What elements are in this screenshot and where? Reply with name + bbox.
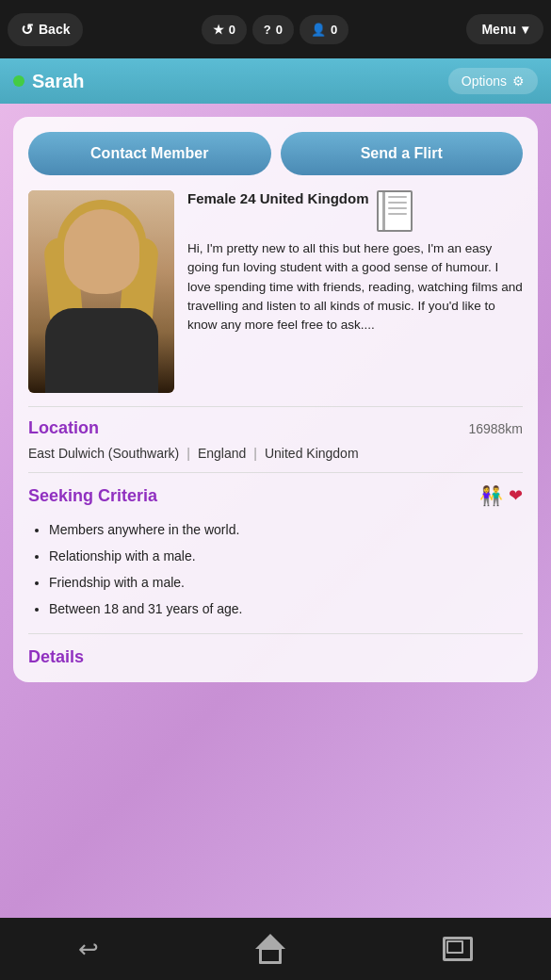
recents-nav-button[interactable]	[424, 927, 492, 971]
profile-gender-line: Female 24 United Kingdom	[187, 190, 523, 232]
menu-chevron-icon: ▾	[522, 22, 528, 37]
back-icon: ↺	[21, 21, 33, 39]
back-arrow-icon: ↩	[78, 935, 99, 964]
online-status-dot	[13, 75, 24, 87]
back-button[interactable]: ↺ Back	[8, 13, 83, 46]
seeking-title: Seeking Criteria	[28, 486, 157, 506]
notebook-binding	[382, 192, 385, 230]
details-title: Details	[28, 647, 84, 666]
seeking-list: Members anywhere in the world. Relations…	[28, 516, 523, 622]
profile-header-bar: Sarah Options ⚙	[0, 58, 551, 104]
photo-face	[64, 209, 139, 294]
profile-name-area: Sarah	[13, 71, 85, 92]
home-body	[259, 947, 282, 964]
action-buttons-row: Contact Member Send a Flirt	[28, 132, 523, 175]
divider-2	[28, 472, 523, 473]
profile-photo	[28, 190, 174, 393]
photo-background	[28, 190, 174, 393]
notebook-icon	[377, 190, 413, 232]
people-icon: 👫	[479, 484, 503, 507]
divider-1	[28, 406, 523, 407]
seeking-item-4: Between 18 and 31 years of age.	[49, 596, 523, 622]
location-title: Location	[28, 418, 99, 438]
home-roof	[255, 934, 285, 949]
send-flirt-label: Send a Flirt	[361, 145, 443, 161]
location-section-header: Location 16988km	[28, 418, 523, 438]
contact-member-button[interactable]: Contact Member	[28, 132, 271, 175]
seeking-item-3: Friendship with a male.	[49, 569, 523, 596]
recents-icon	[443, 937, 473, 961]
location-tags: East Dulwich (Southwark) | England | Uni…	[28, 446, 523, 461]
top-navigation-bar: ↺ Back ★ 0 ? 0 👤 0 Menu ▾	[0, 0, 551, 58]
back-label: Back	[39, 22, 70, 37]
question-count-button[interactable]: ? 0	[252, 15, 294, 44]
menu-label: Menu	[481, 22, 516, 37]
notebook-line-4	[388, 213, 407, 215]
main-content: Contact Member Send a Flirt	[0, 104, 551, 918]
star-count: 0	[229, 23, 235, 37]
contact-member-label: Contact Member	[90, 145, 208, 161]
profile-bio: Hi, I'm pretty new to all this but here …	[187, 239, 523, 335]
person-count-button[interactable]: 👤 0	[300, 15, 348, 44]
divider-3	[28, 633, 523, 634]
heart-icon: ❤	[509, 485, 523, 506]
counter-buttons: ★ 0 ? 0 👤 0	[202, 15, 349, 44]
seeking-item-2: Relationship with a male.	[49, 543, 523, 569]
details-section: Details	[28, 647, 523, 667]
seeking-criteria-header: Seeking Criteria 👫 ❤	[28, 484, 523, 507]
location-region: England	[198, 446, 246, 461]
recents-inner	[446, 940, 463, 954]
location-city: East Dulwich (Southwark)	[28, 446, 179, 461]
question-icon: ?	[264, 23, 271, 37]
menu-button[interactable]: Menu ▾	[466, 14, 543, 44]
home-nav-button[interactable]	[236, 924, 304, 973]
gender-age-country: Female 24 United Kingdom	[187, 190, 369, 206]
distance-value: 16988km	[468, 421, 523, 436]
options-button[interactable]: Options ⚙	[448, 68, 538, 94]
gear-icon: ⚙	[512, 74, 525, 89]
star-count-button[interactable]: ★ 0	[202, 15, 247, 44]
bottom-navigation-bar: ↩	[0, 918, 551, 980]
profile-text-area: Female 24 United Kingdom Hi, I'm pretty …	[187, 190, 523, 393]
notebook-line-1	[388, 196, 407, 198]
options-label: Options	[462, 74, 507, 89]
notebook-line-2	[388, 202, 407, 204]
location-sep-2: |	[253, 446, 257, 461]
profile-card: Contact Member Send a Flirt	[13, 117, 538, 682]
photo-body	[45, 308, 158, 393]
notebook-line-3	[388, 207, 407, 209]
seeking-icons: 👫 ❤	[479, 484, 523, 507]
seeking-item-1: Members anywhere in the world.	[49, 516, 523, 543]
question-count: 0	[276, 23, 283, 37]
profile-info-section: Female 24 United Kingdom Hi, I'm pretty …	[28, 190, 523, 393]
person-icon: 👤	[311, 23, 326, 37]
star-icon: ★	[213, 23, 224, 37]
send-flirt-button[interactable]: Send a Flirt	[281, 132, 524, 175]
person-count: 0	[331, 23, 337, 37]
location-sep-1: |	[186, 446, 190, 461]
location-country: United Kingdom	[265, 446, 359, 461]
profile-name: Sarah	[32, 71, 85, 92]
back-nav-button[interactable]: ↩	[59, 925, 118, 973]
home-icon	[255, 934, 285, 964]
